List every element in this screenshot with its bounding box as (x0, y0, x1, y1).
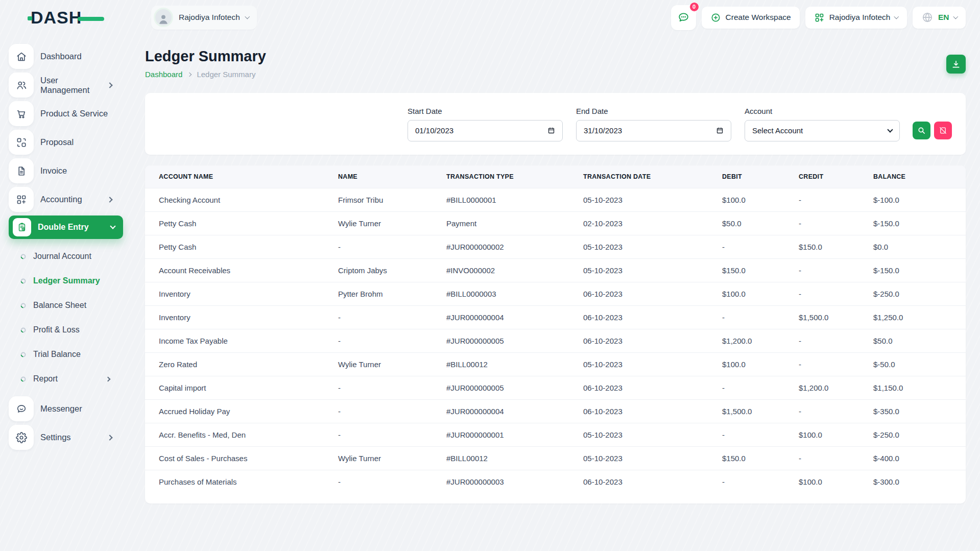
bullet-icon (20, 278, 26, 284)
table-cell: $-300.0 (868, 470, 966, 494)
language-selector[interactable]: EN (913, 7, 966, 29)
calendar-icon[interactable] (716, 127, 724, 134)
table-cell: $1,500.0 (794, 306, 868, 329)
chevron-down-icon (110, 223, 115, 229)
reset-filter-button[interactable] (934, 122, 952, 139)
sidebar-item-label: Messenger (40, 404, 82, 414)
sidebar-subitem-balance-sheet[interactable]: Balance Sheet (9, 293, 123, 318)
table-cell: 05-10-2023 (578, 259, 717, 282)
table-cell: #JUR000000003 (441, 470, 578, 494)
table-cell: #INVO000002 (441, 259, 578, 282)
invoice-icon (9, 158, 34, 183)
table-row: Petty Cash-#JUR00000000205-10-2023-$150.… (145, 235, 966, 259)
breadcrumb-dashboard-link[interactable]: Dashboard (145, 70, 182, 79)
dash-logo[interactable]: DASH (31, 8, 106, 28)
table-cell: Account Receivables (145, 259, 333, 282)
breadcrumb-current: Ledger Summary (197, 70, 255, 79)
table-cell: Frimsor Tribu (333, 188, 441, 212)
account-select[interactable]: Select Account (745, 120, 900, 141)
users-icon (9, 73, 34, 98)
topbar: DASH Rajodiya Infotech 0 Create Workspac… (0, 0, 980, 35)
sidebar-item-invoice[interactable]: Invoice (9, 158, 123, 183)
double-entry-submenu: Journal AccountLedger SummaryBalance She… (9, 244, 123, 391)
table-cell: #JUR000000004 (441, 400, 578, 423)
sidebar-subitem-label: Report (33, 374, 58, 384)
table-cell: $1,150.0 (868, 376, 966, 400)
table-cell: Income Tax Payable (145, 329, 333, 353)
account-select-value: Select Account (752, 126, 803, 135)
breadcrumb: Dashboard Ledger Summary (145, 70, 966, 79)
table-cell: Wylie Turner (333, 353, 441, 376)
table-cell: - (794, 447, 868, 470)
table-cell: $1,200.0 (717, 329, 794, 353)
sidebar-item-user-management[interactable]: User Management (9, 73, 123, 98)
sidebar-subitem-label: Ledger Summary (33, 276, 100, 285)
table-cell: $150.0 (794, 235, 868, 259)
home-icon (9, 44, 34, 69)
table-cell: Petty Cash (145, 235, 333, 259)
column-header-balance: BALANCE (868, 165, 966, 188)
table-cell: - (717, 306, 794, 329)
workspace-selector[interactable]: Rajodiya Infotech (151, 6, 257, 30)
table-cell: Wylie Turner (333, 447, 441, 470)
company-selector[interactable]: Rajodiya Infotech (805, 7, 907, 29)
sidebar-item-double-entry[interactable]: Double Entry (9, 215, 123, 239)
filter-card: Start Date 01/10/2023 End Date 31/10/202… (145, 93, 966, 155)
table-row: Zero RatedWylie Turner#BILL0001205-10-20… (145, 353, 966, 376)
table-cell: $-250.0 (868, 282, 966, 306)
topbar-actions: 0 Create Workspace Rajodiya Infotech EN (671, 5, 966, 30)
logo-text: DASH (31, 8, 82, 27)
table-row: Account ReceivablesCriptom Jabys#INVO000… (145, 259, 966, 282)
sidebar-item-settings[interactable]: Settings (9, 425, 123, 450)
table-cell: - (717, 376, 794, 400)
chevron-down-icon (887, 127, 893, 132)
accounting-icon (9, 187, 34, 212)
messages-button[interactable]: 0 (671, 5, 696, 30)
table-row: Cost of Sales - PurchasesWylie Turner#BI… (145, 447, 966, 470)
table-cell: $50.0 (868, 329, 966, 353)
chevron-down-icon (245, 14, 249, 18)
table-cell: 06-10-2023 (578, 282, 717, 306)
table-cell: Payment (441, 212, 578, 235)
table-cell: $1,200.0 (794, 376, 868, 400)
sidebar-subitem-ledger-summary[interactable]: Ledger Summary (9, 269, 123, 293)
table-cell: Checking Account (145, 188, 333, 212)
start-date-input[interactable]: 01/10/2023 (408, 120, 563, 141)
messages-count-badge: 0 (689, 2, 699, 12)
table-cell: $100.0 (717, 353, 794, 376)
end-date-input[interactable]: 31/10/2023 (576, 120, 731, 141)
bullet-icon (20, 303, 26, 308)
sidebar-nav: DashboardUser ManagementProduct & Servic… (9, 44, 123, 453)
sidebar-item-label: Accounting (40, 195, 82, 204)
table-cell: $100.0 (717, 188, 794, 212)
table-cell: $1,250.0 (868, 306, 966, 329)
sidebar-item-messenger[interactable]: Messenger (9, 396, 123, 421)
sidebar-item-dashboard[interactable]: Dashboard (9, 44, 123, 69)
table-cell: Capital import (145, 376, 333, 400)
sidebar-item-product-service[interactable]: Product & Service (9, 101, 123, 126)
sidebar-subitem-trial-balance[interactable]: Trial Balance (9, 342, 123, 367)
sidebar-subitem-profit-loss[interactable]: Profit & Loss (9, 318, 123, 342)
chevron-down-icon (953, 14, 958, 18)
table-cell: Accr. Benefits - Med, Den (145, 423, 333, 447)
sidebar-item-accounting[interactable]: Accounting (9, 187, 123, 212)
logo-accent-dot (28, 16, 32, 20)
search-icon (917, 126, 926, 135)
sidebar-subitem-journal-account[interactable]: Journal Account (9, 244, 123, 269)
download-button[interactable] (946, 55, 966, 74)
column-header-account-name: ACCOUNT NAME (145, 165, 333, 188)
table-cell: $-350.0 (868, 400, 966, 423)
table-cell: - (794, 353, 868, 376)
chevron-right-icon (106, 376, 111, 381)
ledger-table-body: Checking AccountFrimsor Tribu#BILL000000… (145, 188, 966, 494)
table-cell: 06-10-2023 (578, 329, 717, 353)
bullet-icon (20, 352, 26, 357)
table-row: Inventory-#JUR00000000406-10-2023-$1,500… (145, 306, 966, 329)
table-cell: $50.0 (717, 212, 794, 235)
search-button[interactable] (913, 122, 930, 139)
sidebar-item-proposal[interactable]: Proposal (9, 130, 123, 155)
sidebar-subitem-report[interactable]: Report (9, 367, 123, 391)
calendar-icon[interactable] (547, 127, 555, 134)
create-workspace-button[interactable]: Create Workspace (702, 7, 800, 29)
main-content: Ledger Summary Dashboard Ledger Summary … (145, 48, 966, 504)
